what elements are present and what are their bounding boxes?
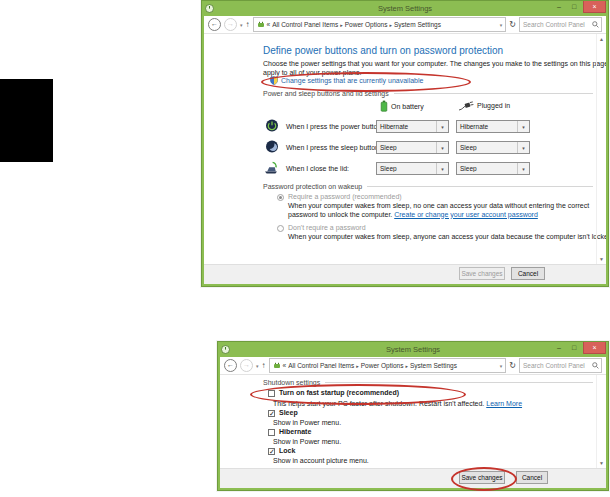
row-label-sleep-button: When I press the sleep button:: [286, 144, 381, 151]
power-button-plugged-in-select[interactable]: Hibernate ▾: [456, 120, 530, 133]
power-button-on-battery-select[interactable]: Hibernate ▾: [376, 120, 449, 133]
location-icon: [273, 362, 281, 370]
breadcrumb-item-power-options[interactable]: Power Options: [361, 362, 404, 369]
refresh-icon[interactable]: ↻: [509, 20, 516, 30]
description-text: This helps start your PC faster after sh…: [273, 400, 486, 407]
close-lid-plugged-in-select[interactable]: Sleep ▾: [456, 162, 530, 175]
up-button[interactable]: ↑: [262, 361, 266, 371]
sleep-label[interactable]: Sleep: [279, 409, 298, 416]
breadcrumb-item-system-settings[interactable]: System Settings: [394, 21, 441, 28]
learn-more-link[interactable]: Learn More: [486, 400, 522, 407]
column-label: On battery: [391, 103, 424, 110]
select-value: Sleep: [457, 165, 517, 172]
breadcrumb-separator-icon: ▸: [340, 22, 343, 28]
change-unavailable-settings-link[interactable]: Change settings that are currently unava…: [270, 76, 423, 85]
search-icon: [592, 362, 599, 369]
close-button[interactable]: ×: [583, 1, 606, 13]
breadcrumb-prefix: «: [267, 21, 271, 28]
chevron-down-icon: ▾: [517, 142, 529, 153]
chevron-down-icon: ▾: [436, 121, 448, 132]
change-account-password-link[interactable]: Create or change your user account passw…: [394, 211, 538, 218]
sleep-button-plugged-in-select[interactable]: Sleep ▾: [456, 141, 530, 154]
breadcrumb-item-control-panel[interactable]: All Control Panel Items: [272, 21, 338, 28]
section-header-shutdown-settings: Shutdown settings: [263, 379, 593, 386]
fast-startup-checkbox[interactable]: [268, 390, 275, 397]
page-heading: Define power buttons and turn on passwor…: [263, 45, 503, 56]
plug-icon: [458, 100, 474, 111]
hibernate-checkbox[interactable]: [268, 429, 275, 436]
titlebar: System Settings – □ ×: [202, 1, 608, 16]
address-bar: ← → ▾ ↑ « All Control Panel Items ▸ Powe…: [204, 16, 606, 34]
breadcrumb[interactable]: « All Control Panel Items ▸ Power Option…: [253, 17, 507, 32]
require-password-description: When your computer wakes from sleep, no …: [288, 202, 606, 219]
maximize-button[interactable]: □: [568, 342, 580, 354]
back-button[interactable]: ←: [224, 359, 237, 372]
address-dropdown-icon[interactable]: ▾: [500, 363, 503, 369]
section-header-password-protection: Password protection on wakeup: [263, 183, 593, 190]
dont-require-password-radio[interactable]: [277, 225, 284, 232]
recent-pages-dropdown-icon[interactable]: ▾: [256, 363, 259, 369]
hibernate-description: Show in Power menu.: [273, 438, 341, 445]
refresh-icon[interactable]: ↻: [509, 361, 516, 371]
scroll-down-icon[interactable]: ▼: [597, 460, 606, 466]
address-bar: ← → ▾ ↑ « All Control Panel Items ▸ Powe…: [220, 357, 606, 375]
sleep-button-icon: [265, 140, 279, 153]
breadcrumb[interactable]: « All Control Panel Items ▸ Power Option…: [269, 358, 507, 373]
lock-checkbox[interactable]: ✓: [268, 448, 275, 455]
settings-page-content: Define power buttons and turn on passwor…: [204, 34, 606, 264]
column-header-on-battery: On battery: [380, 100, 424, 112]
address-dropdown-icon[interactable]: ▾: [500, 22, 503, 28]
system-settings-window-1: System Settings – □ × ← → ▾ ↑ « All Cont…: [201, 0, 609, 287]
recent-pages-dropdown-icon[interactable]: ▾: [240, 22, 243, 28]
breadcrumb-item-system-settings[interactable]: System Settings: [410, 362, 457, 369]
scrollbar[interactable]: ▲ ▼: [596, 34, 606, 264]
lid-close-icon: [264, 161, 278, 174]
sleep-checkbox[interactable]: ✓: [268, 410, 275, 417]
search-input[interactable]: [523, 362, 592, 369]
chevron-down-icon: ▾: [517, 121, 529, 132]
search-box[interactable]: [519, 358, 602, 373]
minimize-button[interactable]: –: [553, 342, 565, 354]
back-button[interactable]: ←: [208, 18, 221, 31]
system-settings-window-2: System Settings – □ × ← → ▾ ↑ « All Cont…: [217, 341, 609, 491]
close-button[interactable]: ×: [583, 342, 606, 354]
hibernate-label[interactable]: Hibernate: [279, 428, 311, 435]
window-icon: [205, 4, 214, 13]
forward-button[interactable]: →: [224, 18, 237, 31]
scroll-down-icon[interactable]: ▼: [597, 256, 606, 262]
breadcrumb-item-control-panel[interactable]: All Control Panel Items: [288, 362, 354, 369]
window-title: System Settings: [202, 4, 608, 13]
window-title: System Settings: [218, 345, 608, 354]
battery-icon: [380, 100, 388, 112]
require-password-radio[interactable]: [277, 194, 284, 201]
sleep-button-on-battery-select[interactable]: Sleep ▾: [376, 141, 449, 154]
fast-startup-label[interactable]: Turn on fast startup (recommended): [279, 389, 399, 396]
up-button[interactable]: ↑: [246, 20, 250, 30]
window-icon: [221, 345, 230, 354]
lock-label[interactable]: Lock: [279, 447, 295, 454]
close-lid-on-battery-select[interactable]: Sleep ▾: [376, 162, 449, 175]
forward-button[interactable]: →: [240, 359, 253, 372]
scroll-up-icon[interactable]: ▲: [597, 36, 606, 42]
breadcrumb-separator-icon: ▸: [389, 22, 392, 28]
breadcrumb-item-power-options[interactable]: Power Options: [345, 21, 388, 28]
select-value: Sleep: [377, 165, 436, 172]
search-box[interactable]: [519, 17, 602, 32]
column-header-plugged-in: Plugged in: [458, 100, 510, 111]
save-changes-button[interactable]: Save changes: [459, 471, 505, 484]
scrollbar[interactable]: ▼: [596, 375, 606, 468]
search-icon: [592, 21, 599, 28]
uac-shield-icon: [270, 76, 278, 85]
sleep-description: Show in Power menu.: [273, 419, 341, 426]
location-icon: [257, 21, 265, 29]
maximize-button[interactable]: □: [568, 1, 580, 13]
require-password-label[interactable]: Require a password (recommended): [288, 193, 402, 200]
power-button-icon: [265, 119, 279, 132]
cancel-button[interactable]: Cancel: [516, 471, 548, 484]
search-input[interactable]: [523, 21, 592, 28]
select-value: Hibernate: [457, 123, 517, 130]
page-side-tab: [0, 79, 53, 162]
minimize-button[interactable]: –: [553, 1, 565, 13]
dont-require-password-label[interactable]: Don't require a password: [288, 224, 366, 231]
cancel-button[interactable]: Cancel: [511, 267, 545, 280]
